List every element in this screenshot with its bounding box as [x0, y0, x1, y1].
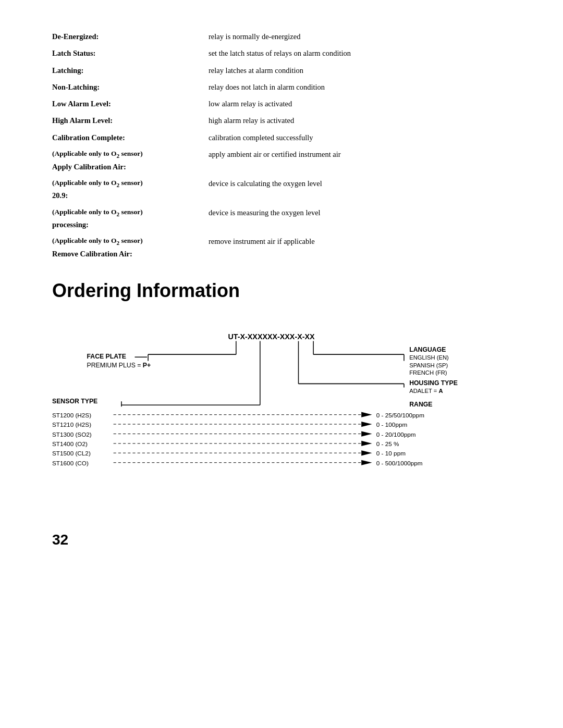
term-desc: calibration completed successfully	[209, 132, 521, 143]
term-label: (Applicable only to O2 sensor) Apply Cal…	[52, 149, 209, 172]
sensor-st1300: ST1300 (SO2)	[52, 431, 92, 438]
term-row: (Applicable only to O2 sensor) Remove Ca…	[52, 236, 521, 259]
term-desc: relay is normally de-energized	[209, 31, 521, 42]
housing-label: HOUSING TYPE	[409, 379, 458, 387]
housing-value: ADALET = A	[409, 388, 443, 394]
ordering-info-svg: text { font-family: Arial, Helvetica, sa…	[52, 328, 521, 498]
term-list: De-Energized: relay is normally de-energ…	[52, 31, 521, 259]
arrow-st1200	[361, 412, 372, 417]
range-st1210: 0 - 100ppm	[376, 421, 408, 428]
term-row: Non-Latching: relay does not latch in al…	[52, 82, 521, 92]
term-row: Latching: relay latches at alarm conditi…	[52, 65, 521, 76]
term-desc: device is measuring the oxygen level	[209, 207, 521, 218]
section-heading: Ordering Information	[52, 280, 521, 302]
term-label: Low Alarm Level:	[52, 98, 209, 109]
term-label: Non-Latching:	[52, 82, 209, 92]
arrow-st1500	[361, 450, 372, 455]
term-desc: apply ambient air or certified instrumen…	[209, 149, 521, 159]
term-row: De-Energized: relay is normally de-energ…	[52, 31, 521, 42]
term-row: Low Alarm Level: low alarm relay is acti…	[52, 98, 521, 109]
language-spanish: SPANISH (SP)	[409, 362, 448, 368]
range-st1200: 0 - 25/50/100ppm	[376, 412, 424, 418]
range-st1500: 0 - 10 ppm	[376, 450, 406, 456]
term-label: Latch Status:	[52, 48, 209, 58]
language-label: LANGUAGE	[409, 346, 446, 353]
sensor-type-label: SENSOR TYPE	[52, 398, 97, 405]
range-label: RANGE	[409, 401, 432, 408]
term-desc: set the latch status of relays on alarm …	[209, 48, 521, 58]
term-label: (Applicable only to O2 sensor) Remove Ca…	[52, 236, 209, 259]
range-st1400: 0 - 25 %	[376, 440, 399, 447]
term-row: Latch Status: set the latch status of re…	[52, 48, 521, 58]
term-row: (Applicable only to O2 sensor) Apply Cal…	[52, 149, 521, 172]
arrow-st1600	[361, 460, 372, 465]
sensor-st1210: ST1210 (H2S)	[52, 421, 91, 428]
sensor-st1200: ST1200 (H2S)	[52, 412, 91, 418]
sensor-st1400: ST1400 (O2)	[52, 440, 88, 447]
arrow-st1300	[361, 431, 372, 436]
term-label: De-Energized:	[52, 31, 209, 42]
term-desc: low alarm relay is activated	[209, 98, 521, 109]
face-plate-value: PREMIUM PLUS = P+	[87, 362, 151, 369]
term-desc: relay does not latch in alarm condition	[209, 82, 521, 92]
page-number: 32	[52, 532, 521, 548]
term-row: High Alarm Level: high alarm relay is ac…	[52, 115, 521, 126]
arrow-st1400	[361, 441, 372, 446]
arrow-st1210	[361, 422, 372, 427]
term-row: (Applicable only to O2 sensor) 20.9: dev…	[52, 178, 521, 201]
term-desc: relay latches at alarm condition	[209, 65, 521, 76]
sensor-st1600: ST1600 (CO)	[52, 460, 89, 466]
term-label: Calibration Complete:	[52, 132, 209, 143]
sensor-st1500: ST1500 (CL2)	[52, 450, 91, 456]
range-st1300: 0 - 20/100ppm	[376, 431, 416, 438]
term-label: High Alarm Level:	[52, 115, 209, 126]
face-plate-label: FACE PLATE	[87, 353, 126, 360]
term-desc: device is calculating the oxygen level	[209, 178, 521, 189]
term-label: (Applicable only to O2 sensor) processin…	[52, 207, 209, 230]
term-label: (Applicable only to O2 sensor) 20.9:	[52, 178, 209, 201]
term-row: Calibration Complete: calibration comple…	[52, 132, 521, 143]
language-french: FRENCH (FR)	[409, 369, 447, 376]
term-row: (Applicable only to O2 sensor) processin…	[52, 207, 521, 230]
term-desc: high alarm relay is activated	[209, 115, 521, 126]
language-english: ENGLISH (EN)	[409, 354, 449, 361]
part-number-text: UT-X-XXXXXX-XXX-X-XX	[228, 333, 315, 341]
term-label: Latching:	[52, 65, 209, 76]
ordering-diagram: text { font-family: Arial, Helvetica, sa…	[52, 328, 521, 500]
range-st1600: 0 - 500/1000ppm	[376, 460, 423, 466]
term-desc: remove instrument air if applicable	[209, 236, 521, 246]
